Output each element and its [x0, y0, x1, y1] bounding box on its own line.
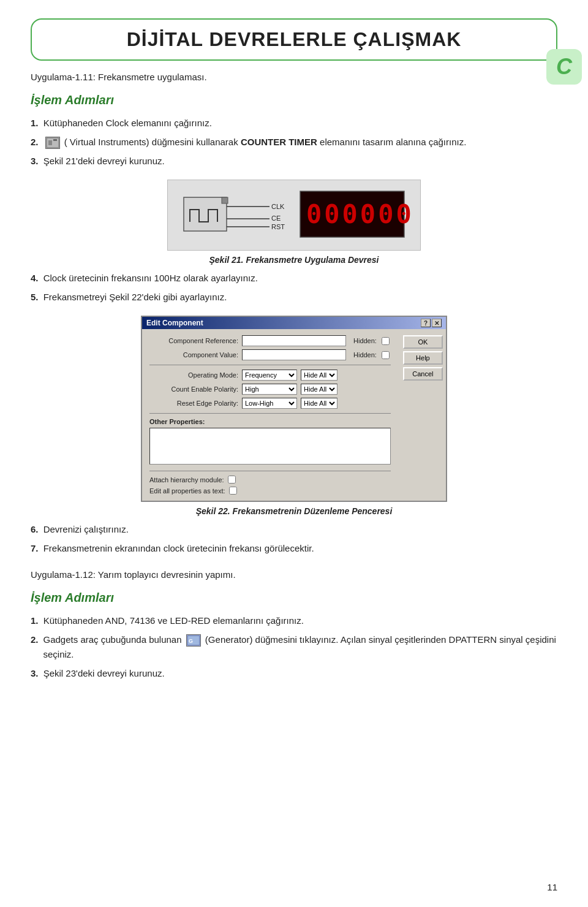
count-enable-row: Count Enable Polarity: High Low Hide All… — [149, 384, 391, 395]
svg-text:00000000: 00000000 — [306, 199, 410, 229]
dialog-form: Component Reference: Hidden: Component V… — [149, 335, 391, 495]
uygulama2-step-2-text: Gadgets araç çubuğunda bulunan G (Genera… — [43, 632, 557, 662]
steps-1-3: 1. Kütüphaneden Clock elemanını çağırını… — [31, 116, 557, 169]
figure-21-container: CLK CE RST 00000000 Şekil 21. Frekansmet… — [31, 180, 557, 265]
uygulama2-step-1: 1. Kütüphaneden AND, 74136 ve LED-RED el… — [31, 613, 557, 628]
step-1-text: Kütüphaneden Clock elemanını çağırınız. — [43, 118, 212, 128]
step-6-num: 6. — [31, 524, 39, 534]
edit-properties-checkbox[interactable] — [229, 487, 237, 495]
dialog-close-btn[interactable]: ✕ — [432, 319, 442, 327]
step-3-num: 3. — [31, 156, 39, 166]
uygulama2-step-3-text: Şekil 23'deki devreyi kurunuz. — [43, 668, 165, 678]
step-3-text: Şekil 21'deki devreyi kurunuz. — [43, 156, 165, 166]
figure-22-container: Edit Component ? ✕ Component Reference: … — [31, 316, 557, 516]
uygulama2-step-2: 2. Gadgets araç çubuğunda bulunan G (Gen… — [31, 632, 557, 662]
svg-text:CE: CE — [271, 214, 281, 222]
step-3: 3. Şekil 21'deki devreyi kurunuz. — [31, 154, 557, 169]
uygulama2-step-1-text: Kütüphaneden AND, 74136 ve LED-RED elema… — [43, 615, 304, 626]
ok-button[interactable]: OK — [403, 335, 443, 349]
step-1-num: 1. — [31, 118, 39, 128]
reset-edge-select[interactable]: Low-High High-Low — [242, 398, 297, 409]
component-value-row: Component Value: Hidden: — [149, 349, 391, 360]
operating-mode-label: Operating Mode: — [149, 371, 238, 379]
reset-edge-label: Reset Edge Polarity: — [149, 400, 238, 407]
steps-uygulama2: 1. Kütüphaneden AND, 74136 ve LED-RED el… — [31, 613, 557, 681]
step-6-text: Devrenizi çalıştırınız. — [43, 524, 129, 534]
figure-22-caption: Şekil 22. Frekansmetrenin Düzenleme Penc… — [196, 506, 393, 516]
svg-rect-2 — [53, 139, 57, 141]
step-1: 1. Kütüphaneden Clock elemanını çağırını… — [31, 116, 557, 131]
circuit-diagram-21: CLK CE RST 00000000 — [167, 180, 421, 251]
step-2-num: 2. — [31, 135, 39, 150]
step-2: 2. ( Virtual Instruments) düğmesini kull… — [31, 135, 557, 150]
dialog-titlebar: Edit Component ? ✕ — [142, 317, 446, 329]
step-7-num: 7. — [31, 543, 39, 553]
svg-text:RST: RST — [271, 223, 285, 230]
page-title-box: DİJİTAL DEVRELERLE ÇALIŞMAK — [31, 18, 557, 61]
operating-mode-select[interactable]: Frequency Period Count — [242, 370, 297, 381]
component-reference-label: Component Reference: — [149, 337, 238, 344]
operating-mode-hide-select[interactable]: Hide All Show — [301, 370, 337, 381]
cancel-button[interactable]: Cancel — [403, 367, 443, 381]
hidden-checkbox-2[interactable] — [382, 351, 390, 359]
step-7: 7. Frekansmetrenin ekranından clock üret… — [31, 541, 557, 556]
islem-adim-1-title: İşlem Adımları — [31, 93, 557, 107]
uygulama2-step-1-num: 1. — [31, 615, 39, 626]
virtual-instruments-icon — [45, 137, 60, 149]
component-value-input[interactable] — [242, 349, 346, 360]
c-badge: C — [546, 49, 582, 85]
step-5-text: Frekansmetreyi Şekil 22'deki gibi ayarla… — [43, 292, 227, 302]
dialog-help-btn[interactable]: ? — [421, 319, 431, 327]
svg-text:CLK: CLK — [271, 203, 285, 210]
other-properties-label: Other Properties: — [149, 418, 391, 425]
attach-hierarchy-label: Attach hierarchy module: — [149, 476, 224, 484]
step-5-num: 5. — [31, 292, 39, 302]
edit-component-dialog: Edit Component ? ✕ Component Reference: … — [141, 316, 447, 502]
step-4-text: Clock üretecinin frekansını 100Hz olarak… — [43, 273, 258, 283]
count-enable-select[interactable]: High Low — [242, 384, 297, 395]
edit-properties-row: Edit all properties as text: — [149, 487, 391, 495]
figure-21-caption: Şekil 21. Frekansmetre Uygulama Devresi — [209, 255, 379, 265]
edit-properties-label: Edit all properties as text: — [149, 487, 225, 495]
islem-adim-2-title: İşlem Adımları — [31, 591, 557, 605]
svg-text:G: G — [189, 638, 193, 644]
dialog-body: Component Reference: Hidden: Component V… — [142, 329, 446, 501]
step-5: 5. Frekansmetreyi Şekil 22'deki gibi aya… — [31, 290, 557, 305]
help-button[interactable]: Help — [403, 351, 443, 365]
count-enable-hide-select[interactable]: Hide All Show — [301, 384, 337, 395]
circuit-svg: CLK CE RST 00000000 — [178, 185, 410, 243]
uygulama2-step-3-num: 3. — [31, 668, 39, 678]
dialog-buttons-column: OK Help Cancel — [396, 335, 443, 495]
attach-hierarchy-checkbox[interactable] — [228, 476, 236, 484]
hidden-label-2: Hidden: — [353, 351, 377, 359]
step-4-num: 4. — [31, 273, 39, 283]
dialog-titlebar-buttons[interactable]: ? ✕ — [421, 319, 442, 327]
hidden-label-1: Hidden: — [353, 337, 377, 344]
svg-rect-4 — [222, 197, 228, 203]
uygulama-1-11-label: Uygulama-1.11: Frekansmetre uygulaması. — [31, 72, 557, 82]
uygulama-1-12-label: Uygulama-1.12: Yarım toplayıcı devresini… — [31, 569, 557, 580]
steps-4-5: 4. Clock üretecinin frekansını 100Hz ola… — [31, 271, 557, 305]
step-7-text: Frekansmetrenin ekranından clock üreteci… — [43, 543, 314, 553]
step-6: 6. Devrenizi çalıştırınız. — [31, 522, 557, 537]
step-4: 4. Clock üretecinin frekansını 100Hz ola… — [31, 271, 557, 286]
count-enable-label: Count Enable Polarity: — [149, 385, 238, 393]
attach-hierarchy-row: Attach hierarchy module: — [149, 476, 391, 484]
reset-edge-hide-select[interactable]: Hide All Show — [301, 398, 337, 409]
component-value-label: Component Value: — [149, 351, 238, 359]
other-properties-textarea[interactable] — [149, 428, 391, 465]
generator-icon: G — [186, 634, 201, 647]
operating-mode-row: Operating Mode: Frequency Period Count H… — [149, 370, 391, 381]
svg-rect-1 — [48, 140, 52, 145]
component-reference-input[interactable] — [242, 335, 346, 346]
uygulama2-step-2-num: 2. — [31, 632, 39, 647]
step-2-content: ( Virtual Instruments) düğmesini kullana… — [43, 135, 467, 150]
uygulama2-step-3: 3. Şekil 23'deki devreyi kurunuz. — [31, 666, 557, 681]
page-title: DİJİTAL DEVRELERLE ÇALIŞMAK — [50, 28, 538, 51]
other-properties-section: Other Properties: — [149, 418, 391, 466]
steps-6-7: 6. Devrenizi çalıştırınız. 7. Frekansmet… — [31, 522, 557, 556]
page-number: 11 — [547, 882, 557, 892]
reset-edge-row: Reset Edge Polarity: Low-High High-Low H… — [149, 398, 391, 409]
component-reference-row: Component Reference: Hidden: — [149, 335, 391, 346]
hidden-checkbox-1[interactable] — [382, 337, 390, 345]
